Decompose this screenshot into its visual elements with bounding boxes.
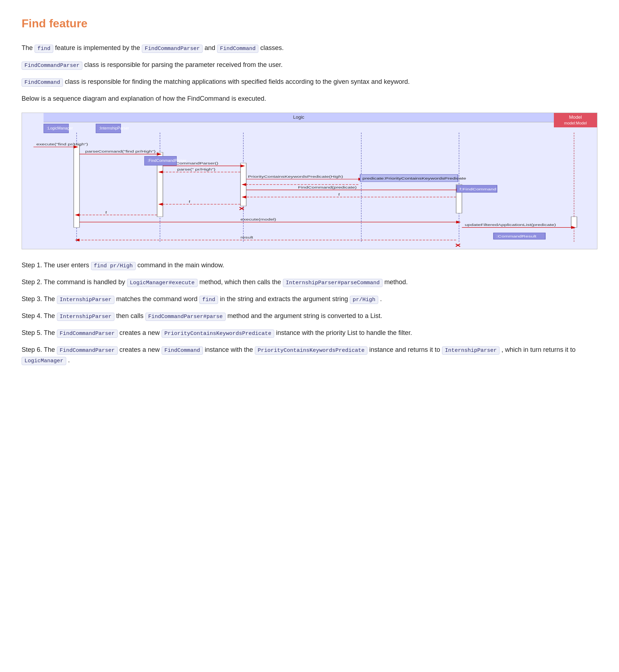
svg-marker-43 <box>75 214 80 217</box>
svg-text:result: result <box>240 236 253 239</box>
model-sub-label: model:Model <box>554 119 597 127</box>
svg-text:parse(" pr/High"): parse(" pr/High") <box>177 168 215 171</box>
svg-marker-29 <box>241 183 246 186</box>
lifeline-internship-parser: :InternshipParser <box>96 124 121 133</box>
svg-text:updateFilteredApplicationList(: updateFilteredApplicationList(predicate) <box>465 223 556 227</box>
svg-marker-18 <box>240 164 245 167</box>
paragraph-2: FindCommandParser class is responsible f… <box>22 60 597 70</box>
code-findcommandparser-2: FindCommandParser <box>22 62 82 70</box>
code-prioritypredicate-5: PriorityContainsKeywordsPredicate <box>162 330 274 338</box>
svg-marker-31 <box>456 189 461 191</box>
svg-rect-9 <box>456 185 462 213</box>
code-prhigh-3: pr/High <box>350 296 378 304</box>
code-findcommand: FindCommand <box>217 45 258 53</box>
code-findcommandparser: FindCommandParser <box>142 45 203 53</box>
svg-text:execute("find pr/High"): execute("find pr/High") <box>36 142 88 146</box>
svg-text:f: f <box>338 193 340 196</box>
code-findcommandparser-5: FindCommandParser <box>57 330 118 338</box>
code-findcommandparser-parse: FindCommandParser#parse <box>145 313 226 321</box>
svg-rect-26 <box>360 174 458 182</box>
svg-rect-51 <box>493 233 545 239</box>
lifeline-logic-manager: :LogicManager <box>44 124 69 133</box>
svg-marker-12 <box>74 146 78 149</box>
svg-rect-6 <box>74 145 80 228</box>
lifeline-findcommandparser: :FindCommandParser <box>144 156 177 165</box>
svg-text:execute(model): execute(model) <box>240 218 276 221</box>
code-findcommand-6: FindCommand <box>162 346 203 355</box>
svg-text:✕: ✕ <box>238 206 245 212</box>
code-internshipparser-6: InternshipParser <box>442 346 500 355</box>
svg-text:PriorityContainsKeywordsPredic: PriorityContainsKeywordsPredicate(High) <box>248 175 343 178</box>
svg-text:FindCommand(predicate): FindCommand(predicate) <box>298 186 357 189</box>
step-4: Step 4. The InternshipParser then calls … <box>22 311 597 321</box>
code-logicmanager-execute: LogicManager#execute <box>127 279 198 287</box>
code-findcommandparser-6: FindCommandParser <box>57 346 118 355</box>
code-internshipparser-parsecommand: InternshipParser#parseCommand <box>283 279 383 287</box>
svg-text:parseCommand("find pr/High"): parseCommand("find pr/High") <box>85 150 156 153</box>
page-title: Find feature <box>22 14 597 33</box>
svg-text:✕: ✕ <box>455 242 461 248</box>
code-internshipparser-3: InternshipParser <box>57 296 114 304</box>
svg-marker-15 <box>157 153 162 155</box>
svg-marker-21 <box>158 171 163 173</box>
svg-marker-39 <box>158 203 163 206</box>
step-6: Step 6. The FindCommandParser creates a … <box>22 345 597 365</box>
svg-marker-24 <box>358 178 363 181</box>
svg-rect-33 <box>457 185 497 192</box>
svg-rect-10 <box>571 217 577 227</box>
svg-text:f:FindCommand: f:FindCommand <box>460 187 496 191</box>
code-step1: find pr/High <box>91 262 136 270</box>
svg-marker-46 <box>456 221 461 223</box>
svg-marker-54 <box>75 239 80 241</box>
svg-rect-8 <box>240 163 246 206</box>
svg-text:predicate:PriorityContainsKeyw: predicate:PriorityContainsKeywordsPredic… <box>362 177 466 180</box>
code-prioritypredicate-6: PriorityContainsKeywordsPredicate <box>255 346 367 355</box>
svg-marker-36 <box>241 196 246 199</box>
svg-marker-49 <box>571 226 576 229</box>
svg-text:f: f <box>189 200 190 203</box>
svg-text::CommandResult: :CommandResult <box>496 235 537 238</box>
step-1: Step 1. The user enters find pr/High com… <box>22 260 597 271</box>
code-logicmanager-6: LogicManager <box>22 357 66 365</box>
paragraph-4: Below is a sequence diagram and explanat… <box>22 94 597 104</box>
code-find-3: find <box>199 296 218 304</box>
paragraph-3: FindCommand class is responsible for fin… <box>22 77 597 87</box>
paragraph-1: The find feature is implemented by the F… <box>22 43 597 53</box>
code-findcommand-2: FindCommand <box>22 78 63 87</box>
code-find: find <box>35 45 53 53</box>
code-internshipparser-4: InternshipParser <box>57 313 114 321</box>
sequence-diagram: Logic Model model:Model <box>22 113 597 249</box>
step-3: Step 3. The InternshipParser matches the… <box>22 294 597 304</box>
logic-label: Logic <box>44 113 554 122</box>
step-5: Step 5. The FindCommandParser creates a … <box>22 328 597 338</box>
step-2: Step 2. The command is handled by LogicM… <box>22 277 597 287</box>
svg-text:f: f <box>105 210 107 214</box>
